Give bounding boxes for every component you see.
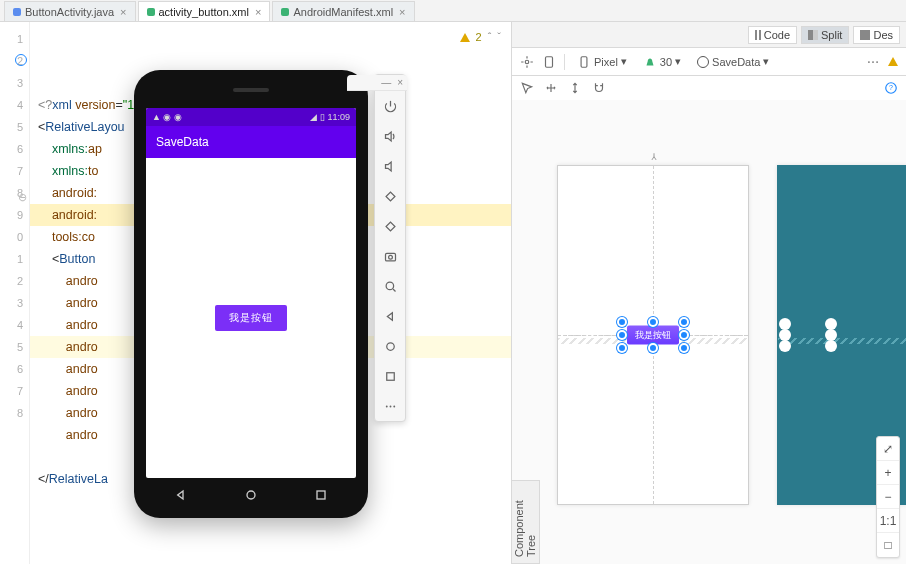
mode-code-button[interactable]: Code xyxy=(748,26,797,44)
overview-icon[interactable] xyxy=(313,487,329,503)
svg-point-8 xyxy=(247,491,255,499)
design-preview[interactable]: 我是按钮 xyxy=(557,165,749,505)
screenshot-button[interactable] xyxy=(375,241,405,271)
tab-label: ButtonActivity.java xyxy=(25,6,114,18)
close-icon[interactable]: × xyxy=(399,6,405,18)
chevron-down-icon[interactable]: ˇ xyxy=(497,26,501,48)
zoom-out-button[interactable]: − xyxy=(877,485,899,509)
chevron-down-icon: ▾ xyxy=(675,55,681,68)
component-tree-tab[interactable]: Component Tree xyxy=(512,480,540,564)
back-button[interactable] xyxy=(375,301,405,331)
close-icon[interactable]: × xyxy=(255,6,261,18)
svg-rect-12 xyxy=(385,253,395,261)
android-status-bar: ▲ ◉ ◉ ◢ ▯ 11:09 xyxy=(146,108,356,126)
tab-button-activity[interactable]: ButtonActivity.java × xyxy=(4,1,136,21)
zoom-controls: ⤢ + − 1:1 □ xyxy=(876,436,900,558)
svg-text:?: ? xyxy=(889,84,893,91)
home-icon[interactable] xyxy=(243,487,259,503)
svg-point-14 xyxy=(386,282,394,290)
svg-rect-10 xyxy=(386,192,395,201)
line-gutter: 12345678⊖9012345678 xyxy=(0,22,30,564)
device-selector[interactable]: Pixel ▾ xyxy=(573,54,631,70)
overflow-icon[interactable] xyxy=(866,55,880,69)
zoom-frame-button[interactable]: □ xyxy=(877,533,899,557)
rotate-right-button[interactable] xyxy=(375,211,405,241)
rotate-left-button[interactable] xyxy=(375,181,405,211)
theme-selector[interactable]: SaveData ▾ xyxy=(693,54,773,69)
battery-icon: ▯ xyxy=(320,112,325,122)
power-button[interactable] xyxy=(375,91,405,121)
emulator-toolbar: — × xyxy=(374,74,406,422)
tab-label: AndroidManifest.xml xyxy=(293,6,393,18)
sample-button[interactable]: 我是按钮 xyxy=(215,305,287,331)
editor-tabstrip: ButtonActivity.java × activity_button.xm… xyxy=(0,0,906,22)
inspection-summary[interactable]: 2 ˆ ˇ xyxy=(460,26,501,48)
warning-icon xyxy=(460,33,470,42)
emulator-screen[interactable]: ▲ ◉ ◉ ◢ ▯ 11:09 SaveData 我是按钮 xyxy=(146,108,356,478)
svg-rect-11 xyxy=(386,222,395,231)
svg-point-3 xyxy=(868,61,870,63)
expand-vert-icon[interactable] xyxy=(568,81,582,95)
back-icon[interactable] xyxy=(173,487,189,503)
close-icon[interactable]: × xyxy=(397,77,403,88)
design-toolbar: Pixel ▾ 30 ▾ SaveData ▾ xyxy=(512,48,906,76)
signal-icon: ◢ xyxy=(310,112,317,122)
help-icon[interactable]: ? xyxy=(884,81,898,95)
selection-handles[interactable] xyxy=(622,322,684,348)
home-button[interactable] xyxy=(375,331,405,361)
more-button[interactable] xyxy=(375,391,405,421)
svg-point-0 xyxy=(525,60,529,64)
chevron-down-icon: ▾ xyxy=(763,55,769,68)
mode-design-button[interactable]: Des xyxy=(853,26,900,44)
device-earpiece xyxy=(233,88,269,92)
close-icon[interactable]: × xyxy=(120,6,126,18)
svg-rect-9 xyxy=(317,491,325,499)
svg-point-4 xyxy=(872,61,874,63)
view-options-icon[interactable] xyxy=(520,55,534,69)
svg-point-5 xyxy=(876,61,878,63)
svg-point-13 xyxy=(388,255,392,259)
volume-down-button[interactable] xyxy=(375,151,405,181)
design-surface[interactable]: Palette Component Tree 我是按钮 xyxy=(512,100,906,564)
emulator-window-controls: — × xyxy=(347,75,407,91)
zoom-fit-button[interactable]: ⤢ xyxy=(877,437,899,461)
status-left-icons: ▲ ◉ ◉ xyxy=(152,112,182,122)
api-selector[interactable]: 30 ▾ xyxy=(639,54,685,70)
svg-point-19 xyxy=(393,405,395,407)
zoom-button[interactable] xyxy=(375,271,405,301)
chevron-down-icon: ▾ xyxy=(621,55,627,68)
chevron-up-icon[interactable]: ˆ xyxy=(488,26,492,48)
svg-point-17 xyxy=(385,405,387,407)
warning-icon[interactable] xyxy=(888,57,898,66)
app-title: SaveData xyxy=(156,135,209,149)
svg-rect-1 xyxy=(546,56,553,67)
status-time: 11:09 xyxy=(327,112,350,122)
android-nav-bar xyxy=(146,482,356,508)
constraint-icon xyxy=(649,152,659,162)
selection-handles[interactable] xyxy=(785,324,831,346)
tab-activity-button-xml[interactable]: activity_button.xml × xyxy=(138,1,271,21)
orientation-icon[interactable] xyxy=(542,55,556,69)
zoom-100-button[interactable]: 1:1 xyxy=(877,509,899,533)
app-bar: SaveData xyxy=(146,126,356,158)
tab-android-manifest[interactable]: AndroidManifest.xml × xyxy=(272,1,414,21)
pan-icon[interactable] xyxy=(544,81,558,95)
mode-split-button[interactable]: Split xyxy=(801,26,849,44)
overview-button[interactable] xyxy=(375,361,405,391)
tab-label: activity_button.xml xyxy=(159,6,249,18)
view-mode-bar: Code Split Des xyxy=(512,22,906,48)
design-zoom-bar: ? xyxy=(512,76,906,100)
svg-rect-16 xyxy=(386,372,394,380)
layout-editor-panel: Code Split Des Pixel ▾ 30 ▾ xyxy=(511,22,906,564)
select-icon[interactable] xyxy=(520,81,534,95)
minimize-icon[interactable]: — xyxy=(381,77,391,88)
magnet-icon[interactable] xyxy=(592,81,606,95)
svg-point-15 xyxy=(386,342,394,350)
volume-up-button[interactable] xyxy=(375,121,405,151)
zoom-in-button[interactable]: + xyxy=(877,461,899,485)
theme-icon xyxy=(697,56,709,68)
emulator-device[interactable]: ▲ ◉ ◉ ◢ ▯ 11:09 SaveData 我是按钮 xyxy=(134,70,368,518)
svg-point-18 xyxy=(389,405,391,407)
svg-rect-2 xyxy=(581,56,587,67)
